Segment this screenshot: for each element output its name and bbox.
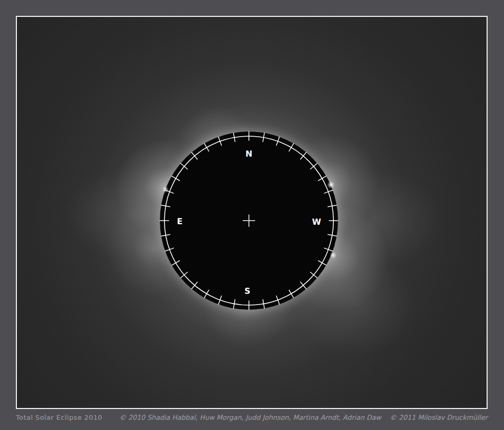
compass-label-north: N bbox=[245, 149, 252, 159]
credit-2010: © 2010 Shadia Habbal, Huw Morgan, Judd J… bbox=[119, 414, 381, 421]
photo-title: Total Solar Eclipse 2010 bbox=[16, 413, 102, 423]
compass-label-west: W bbox=[312, 217, 321, 227]
position-angle-scale: N E W S bbox=[17, 17, 487, 408]
eclipse-photo: N E W S bbox=[16, 16, 488, 409]
compass-label-east: E bbox=[177, 217, 183, 226]
caption-bar: Total Solar Eclipse 2010 © 2010 Shadia H… bbox=[16, 413, 488, 423]
eclipse-screenshot: N E W S Total Solar Eclipse 2010 © 2010 … bbox=[0, 0, 504, 430]
compass-label-south: S bbox=[244, 286, 250, 296]
credit-2011: © 2011 Miloslav Druckmüller bbox=[390, 414, 488, 421]
film-grain bbox=[17, 17, 487, 408]
photo-credits: © 2010 Shadia Habbal, Huw Morgan, Judd J… bbox=[119, 413, 488, 423]
